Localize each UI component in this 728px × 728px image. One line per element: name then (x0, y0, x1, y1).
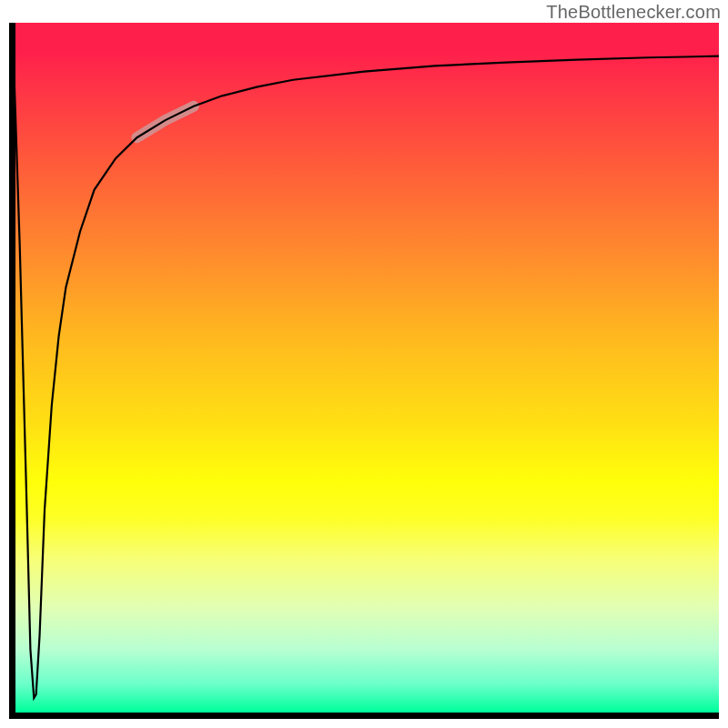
curve-svg (9, 23, 719, 719)
bottleneck-curve (13, 30, 719, 698)
plot-area (9, 23, 719, 719)
chart-container: TheBottlenecker.com (0, 0, 728, 728)
watermark-text: TheBottlenecker.com (546, 2, 721, 23)
